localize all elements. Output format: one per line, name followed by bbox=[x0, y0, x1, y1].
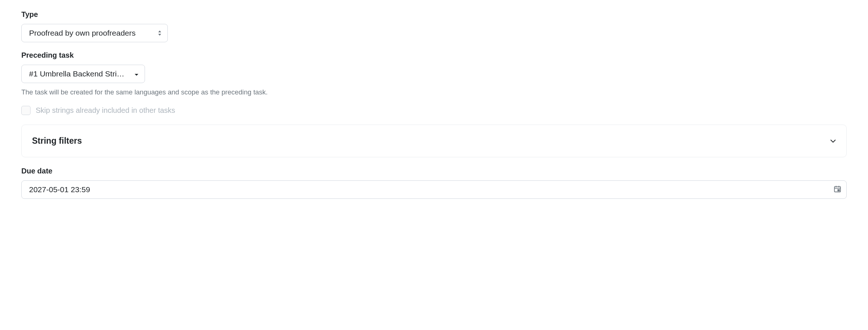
caret-down-icon bbox=[134, 69, 139, 78]
due-date-input[interactable] bbox=[21, 180, 847, 199]
type-label: Type bbox=[21, 10, 847, 19]
preceding-task-select-value: #1 Umbrella Backend String… bbox=[29, 69, 128, 78]
svg-rect-4 bbox=[838, 190, 840, 191]
due-date-label: Due date bbox=[21, 167, 847, 175]
chevron-down-icon bbox=[830, 138, 836, 144]
preceding-task-label: Preceding task bbox=[21, 51, 847, 60]
preceding-task-help: The task will be created for the same la… bbox=[21, 88, 847, 96]
sort-icon bbox=[158, 31, 162, 36]
skip-strings-checkbox[interactable] bbox=[21, 106, 31, 115]
type-select-value: Proofread by own proofreaders bbox=[29, 29, 153, 37]
skip-strings-label: Skip strings already included in other t… bbox=[36, 106, 175, 115]
type-select[interactable]: Proofread by own proofreaders bbox=[21, 24, 168, 42]
string-filters-panel[interactable]: String filters bbox=[21, 125, 847, 157]
preceding-task-select[interactable]: #1 Umbrella Backend String… bbox=[21, 65, 145, 83]
string-filters-title: String filters bbox=[32, 136, 82, 146]
calendar-icon[interactable] bbox=[833, 185, 842, 194]
